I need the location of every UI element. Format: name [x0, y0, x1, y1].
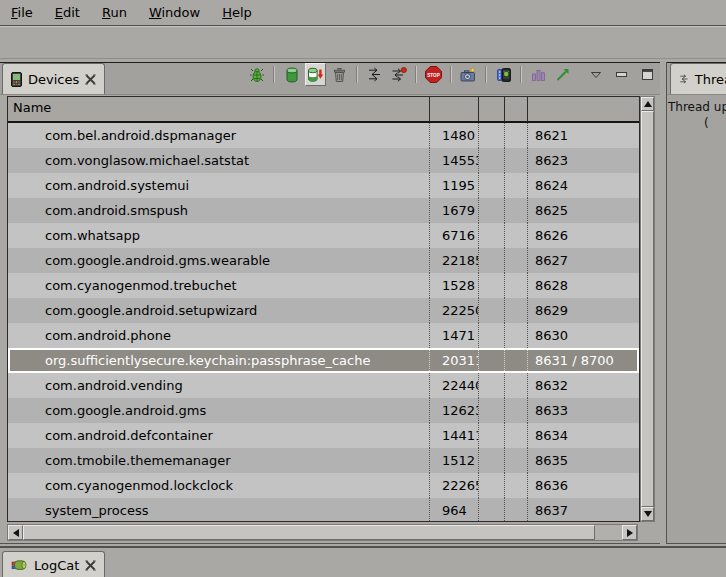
cell-name: com.android.phone — [8, 323, 430, 348]
screen-capture-button[interactable] — [458, 63, 479, 86]
main-toolbar — [0, 26, 726, 59]
threads-message-line2: ( — [668, 115, 726, 131]
cell-c4 — [505, 148, 528, 173]
menu-run[interactable]: Run — [91, 5, 138, 20]
process-row[interactable]: com.tmobile.thememanager15128635 — [8, 448, 639, 473]
tab-logcat-label: LogCat — [34, 558, 79, 573]
process-row[interactable]: com.android.phone14718630 — [8, 323, 639, 348]
cell-name: system_process — [8, 498, 430, 522]
column-header-port[interactable] — [528, 97, 639, 121]
process-row[interactable]: com.android.systemui11958624 — [8, 173, 639, 198]
method-tracer-button[interactable] — [552, 63, 573, 86]
tab-threads[interactable]: Threads — [670, 63, 726, 94]
column-header-4[interactable] — [505, 97, 528, 121]
dump-hprof-button[interactable] — [305, 63, 326, 86]
stop-process-button[interactable]: STOP — [423, 63, 444, 86]
horizontal-scroll-thumb[interactable] — [23, 525, 595, 540]
tab-logcat[interactable]: LogCat — [2, 551, 105, 577]
scroll-up-button[interactable] — [641, 97, 654, 111]
arrow-down-icon — [644, 511, 652, 517]
menu-window[interactable]: Window — [138, 5, 211, 20]
threads-icon — [679, 72, 689, 86]
ddms-window: { "menu_bar": { "items": [ {"label": "Fi… — [0, 0, 726, 577]
close-icon[interactable] — [85, 74, 96, 85]
cell-c4 — [505, 248, 528, 273]
debug-process-button[interactable] — [246, 63, 267, 86]
start-method-profiling-button[interactable] — [388, 63, 409, 86]
cell-name: com.android.smspush — [8, 198, 430, 223]
cause-gc-button[interactable] — [329, 63, 350, 86]
process-row[interactable]: com.whatsapp67168626 — [8, 223, 639, 248]
scroll-left-button[interactable] — [8, 525, 23, 540]
toolbar-separator — [450, 66, 452, 83]
cell-c2: 14411 — [430, 423, 479, 448]
cell-c5: 8621 — [528, 123, 639, 148]
cell-c5: 8637 — [528, 498, 639, 522]
cell-name: com.google.android.setupwizard — [8, 298, 430, 323]
process-row[interactable]: com.android.defcontainer144118634 — [8, 423, 639, 448]
column-header-name[interactable]: Name — [8, 97, 430, 121]
cell-c4 — [505, 298, 528, 323]
cell-c5: 8632 — [528, 373, 639, 398]
vertical-scrollbar[interactable] — [640, 96, 655, 522]
tab-devices[interactable]: Devices — [2, 63, 105, 94]
horizontal-scrollbar[interactable] — [7, 524, 638, 541]
sysinfo-button[interactable] — [528, 63, 549, 86]
process-row[interactable]: system_process9648637 — [8, 498, 639, 522]
cell-c4 — [505, 473, 528, 498]
cell-c5: 8634 — [528, 423, 639, 448]
cell-c4 — [505, 373, 528, 398]
vertical-scroll-thumb[interactable] — [641, 111, 654, 507]
cell-c5: 8623 — [528, 148, 639, 173]
cell-c3 — [479, 173, 505, 198]
cell-c3 — [479, 498, 505, 522]
cell-c4 — [505, 448, 528, 473]
cell-c3 — [479, 248, 505, 273]
process-row-selected[interactable]: org.sufficientlysecure.keychain:passphra… — [8, 348, 639, 373]
minimize-view-button[interactable] — [615, 63, 628, 86]
process-row[interactable]: com.vonglasow.michael.satstat145538623 — [8, 148, 639, 173]
process-row[interactable]: com.cyanogenmod.trebuchet15288628 — [8, 273, 639, 298]
scroll-track — [595, 525, 622, 540]
view-menu-button[interactable] — [590, 63, 602, 86]
table-body: com.bel.android.dspmanager14808621com.vo… — [8, 123, 639, 522]
process-row[interactable]: com.google.android.gms.wearable221858627 — [8, 248, 639, 273]
cell-c2: 22265 — [430, 473, 479, 498]
screen-record-button[interactable] — [493, 63, 514, 86]
cell-c2: 1471 — [430, 323, 479, 348]
cell-c2: 1512 — [430, 448, 479, 473]
scroll-down-button[interactable] — [641, 507, 654, 521]
column-header-3[interactable] — [479, 97, 505, 121]
update-threads-button[interactable] — [364, 63, 385, 86]
menu-edit[interactable]: Edit — [44, 5, 91, 20]
cell-c2: 1679 — [430, 198, 479, 223]
cell-c3 — [479, 373, 505, 398]
cell-c5: 8629 — [528, 298, 639, 323]
devices-panel: Devices — [0, 62, 660, 544]
cell-name: com.google.android.gms.wearable — [8, 248, 430, 273]
process-row[interactable]: com.android.vending224408632 — [8, 373, 639, 398]
process-row[interactable]: com.google.android.setupwizard222508629 — [8, 298, 639, 323]
maximize-view-button[interactable] — [641, 63, 654, 86]
scroll-right-button[interactable] — [622, 525, 637, 540]
cell-c3 — [479, 448, 505, 473]
cell-c4 — [505, 123, 528, 148]
cell-c4 — [505, 273, 528, 298]
sysinfo-icon — [531, 67, 546, 82]
toolbar-separator — [485, 66, 487, 83]
close-icon[interactable] — [85, 560, 96, 571]
cell-c3 — [479, 423, 505, 448]
devices-tabbar: Devices — [0, 62, 660, 95]
process-row[interactable]: com.cyanogenmod.lockclock222658636 — [8, 473, 639, 498]
update-heap-button[interactable] — [281, 63, 302, 86]
column-header-pid[interactable] — [430, 97, 479, 121]
cell-c2: 20311 — [430, 348, 479, 373]
menu-help[interactable]: Help — [211, 5, 263, 20]
cell-name: com.bel.android.dspmanager — [8, 123, 430, 148]
cell-name: com.vonglasow.michael.satstat — [8, 148, 430, 173]
process-row[interactable]: com.bel.android.dspmanager14808621 — [8, 123, 639, 148]
process-row[interactable]: com.android.smspush16798625 — [8, 198, 639, 223]
tab-devices-label: Devices — [28, 72, 79, 87]
process-row[interactable]: com.google.android.gms126238633 — [8, 398, 639, 423]
menu-file[interactable]: File — [0, 5, 44, 20]
